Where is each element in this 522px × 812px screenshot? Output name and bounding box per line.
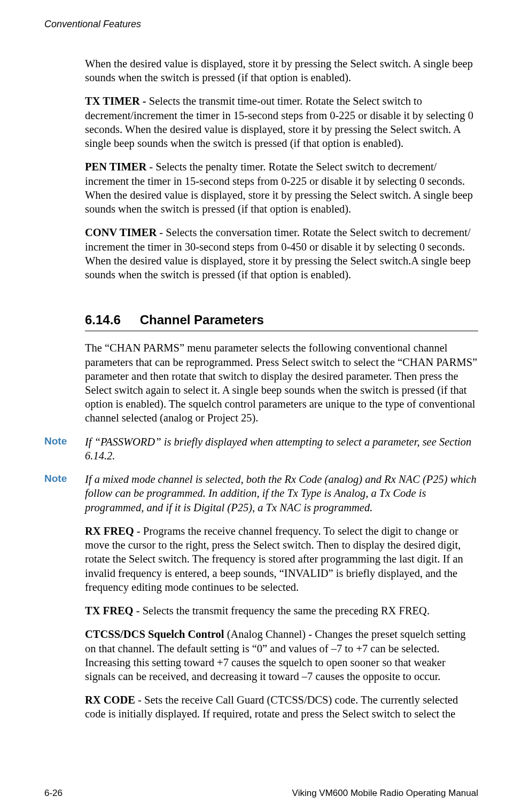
note-row-1: Note If “PASSWORD” is briefly displayed … xyxy=(44,435,478,463)
page-number: 6-26 xyxy=(44,788,63,799)
paragraph-pen-timer: PEN TIMER - Selects the penalty timer. R… xyxy=(85,160,478,216)
paragraph-intro: When the desired value is displayed, sto… xyxy=(85,57,478,84)
section-rule xyxy=(85,331,478,331)
running-head: Conventional Features xyxy=(44,19,478,30)
text-rx-code: - Sets the receive Call Guard (CTCSS/DCS… xyxy=(85,694,458,720)
doc-title: Viking VM600 Mobile Radio Operating Manu… xyxy=(292,788,478,799)
page: Conventional Features When the desired v… xyxy=(0,0,522,812)
footer: 6-26 Viking VM600 Mobile Radio Operating… xyxy=(44,788,478,799)
label-rx-freq: RX FREQ xyxy=(85,525,134,537)
paragraph-rx-freq: RX FREQ - Programs the receive channel f… xyxy=(85,524,478,594)
section-number: 6.14.6 xyxy=(85,313,121,327)
label-pen-timer: PEN TIMER xyxy=(85,161,146,173)
paragraph-chan-parms: The “CHAN PARMS” menu parameter selects … xyxy=(85,341,478,425)
note-row-2: Note If a mixed mode channel is selected… xyxy=(44,472,478,514)
note-body-1: If “PASSWORD” is briefly displayed when … xyxy=(85,435,478,463)
label-rx-code: RX CODE xyxy=(85,694,135,706)
text-tx-freq: - Selects the transmit frequency the sam… xyxy=(134,605,430,616)
body-content: When the desired value is displayed, sto… xyxy=(85,57,478,282)
section-title: Channel Parameters xyxy=(140,313,264,327)
body-content-3: RX FREQ - Programs the receive channel f… xyxy=(85,524,478,721)
label-conv-timer: CONV TIMER xyxy=(85,227,157,238)
note-label: Note xyxy=(44,435,85,447)
paragraph-tx-timer: TX TIMER - Selects the transmit time-out… xyxy=(85,94,478,150)
paragraph-tx-freq: TX FREQ - Selects the transmit frequency… xyxy=(85,604,478,618)
note-label: Note xyxy=(44,472,85,485)
label-ctcss: CTCSS/DCS Squelch Control xyxy=(85,628,224,640)
paragraph-ctcss: CTCSS/DCS Squelch Control (Analog Channe… xyxy=(85,627,478,683)
section-heading: 6.14.6 Channel Parameters xyxy=(85,313,478,331)
label-tx-timer: TX TIMER - xyxy=(85,95,149,107)
body-content-2: The “CHAN PARMS” menu parameter selects … xyxy=(85,341,478,425)
label-tx-freq: TX FREQ xyxy=(85,605,134,616)
text-rx-freq: - Programs the receive channel frequency… xyxy=(85,525,463,593)
paragraph-rx-code: RX CODE - Sets the receive Call Guard (C… xyxy=(85,693,478,721)
note-body-2: If a mixed mode channel is selected, bot… xyxy=(85,472,478,514)
paragraph-conv-timer: CONV TIMER - Selects the conversation ti… xyxy=(85,225,478,282)
